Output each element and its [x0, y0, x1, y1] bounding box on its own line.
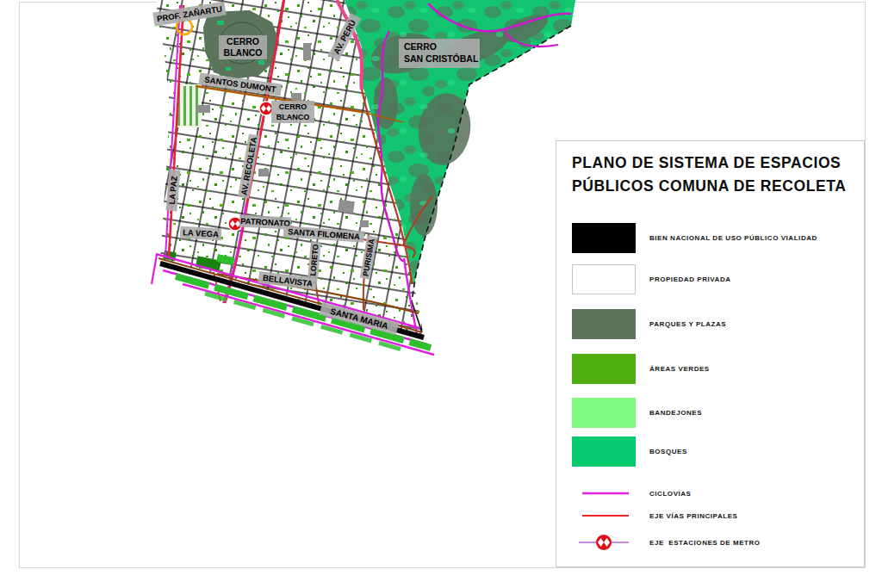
label-text: CERRO [279, 102, 307, 111]
legend-label: BIEN NACIONAL DE USO PÚBLICO VIALIDAD [649, 234, 817, 242]
legend-item-bandejones: BANDEJONES [572, 398, 702, 428]
metro-station-cerro-blanco-icon [259, 102, 273, 115]
legend-label: EJE VÍAS PRINCIPALES [649, 512, 737, 520]
legend-label: EJE ESTACIONES DE METRO [649, 539, 761, 547]
label-text: BLANCO [224, 47, 263, 58]
eje-vias-line-sample [572, 506, 636, 525]
label-text: SAN CRISTÓBAL [404, 53, 479, 64]
legend-item-metro: EJE ESTACIONES DE METRO [572, 533, 761, 552]
label-text: CERRO [404, 41, 437, 52]
map-label-la-vega: LA VEGA [180, 226, 222, 240]
legend-item-bosques: BOSQUES [572, 436, 687, 467]
map-label-cerro-blanco: CERRO BLANCO [219, 35, 267, 59]
legend-title: PLANO DE SISTEMA DE ESPACIOS PÚBLICOS CO… [572, 152, 856, 198]
metro-line-icon [572, 533, 636, 552]
ciclovia-line-sample [572, 484, 636, 503]
legend-item-vialidad: BIEN NACIONAL DE USO PÚBLICO VIALIDAD [572, 223, 817, 253]
legend-label: ÁREAS VERDES [649, 365, 710, 373]
label-text: BLANCO [276, 113, 310, 121]
legend-label: BANDEJONES [649, 409, 702, 417]
legend-label: PARQUES Y PLAZAS [649, 320, 726, 328]
legend-swatch-vialidad [572, 223, 636, 253]
legend-title-line2: PÚBLICOS COMUNA DE RECOLETA [572, 175, 856, 198]
map-label-metro-cerro-blanco: CERRO BLANCO [271, 101, 314, 123]
legend-item-ciclovias: CICLOVÍAS [572, 484, 692, 503]
ciclovia-west-end [152, 255, 157, 284]
legend-item-parques-plazas: PARQUES Y PLAZAS [572, 309, 726, 339]
legend-title-line1: PLANO DE SISTEMA DE ESPACIOS [572, 152, 856, 175]
legend-item-propiedad-privada: PROPIEDAD PRIVADA [572, 264, 731, 294]
legend-panel: PLANO DE SISTEMA DE ESPACIOS PÚBLICOS CO… [556, 140, 865, 567]
legend-swatch-bandejones [572, 398, 636, 428]
legend-label: PROPIEDAD PRIVADA [649, 275, 731, 283]
legend-swatch-propiedad-privada [572, 264, 636, 294]
legend-swatch-areas-verdes [572, 354, 636, 384]
legend-label: BOSQUES [649, 448, 687, 455]
legend-swatch-parques-plazas [572, 309, 636, 339]
label-text: LA VEGA [183, 227, 220, 238]
map-label-san-cristobal: CERRO SAN CRISTÓBAL [399, 39, 480, 68]
legend-item-eje-vias: EJE VÍAS PRINCIPALES [572, 506, 737, 525]
label-text: CERRO [227, 36, 259, 46]
legend-label: CICLOVÍAS [649, 490, 692, 498]
legend-swatch-bosques [572, 436, 636, 467]
legend-item-areas-verdes: ÁREAS VERDES [572, 354, 710, 384]
